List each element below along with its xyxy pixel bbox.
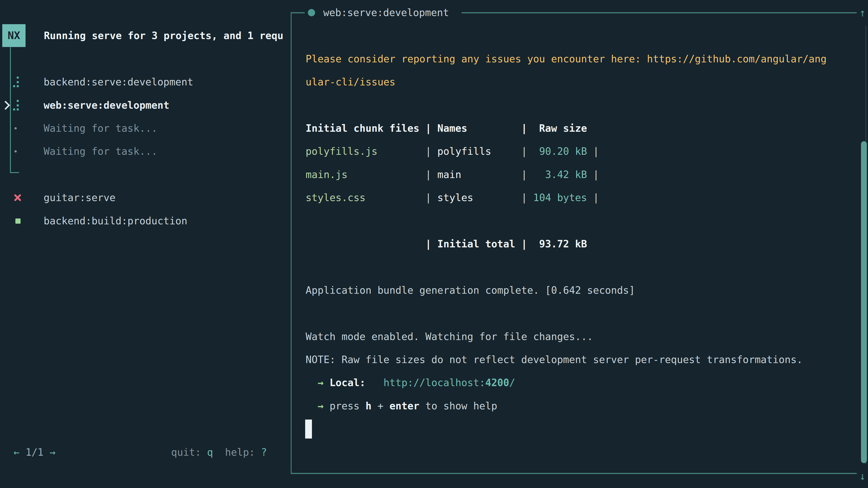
terminal-output: Please consider reporting any issues you…	[306, 0, 857, 473]
waiting-dot-icon	[14, 127, 17, 129]
text-segment: |	[587, 192, 599, 203]
terminal-line: Initial chunk files | Names | Raw size	[306, 118, 587, 138]
text-segment: Initial chunk files | Names | Raw size	[306, 123, 587, 134]
scrollbar-thumb[interactable]	[861, 141, 867, 463]
text-segment	[323, 377, 330, 388]
text-segment: q	[207, 447, 213, 458]
text-segment: |	[587, 169, 599, 180]
text-segment: NOTE: Raw file sizes do not reflect deve…	[306, 354, 803, 365]
text-segment: to show help	[419, 400, 497, 412]
text-segment: styles	[437, 192, 515, 203]
text-segment: 1/1	[20, 447, 50, 458]
text-segment: Local:	[330, 377, 366, 388]
text-segment: |	[515, 192, 533, 203]
text-segment: press	[323, 400, 365, 412]
text-segment	[306, 377, 318, 388]
text-segment	[366, 377, 383, 388]
selected-task-chevron-icon	[1, 101, 10, 110]
task-item[interactable]: Waiting for task...	[0, 118, 291, 138]
local-url-link[interactable]: http://localhost:	[383, 377, 485, 388]
local-url-link[interactable]: /	[509, 377, 515, 388]
error-x-icon	[13, 194, 22, 202]
text-segment: |	[587, 145, 599, 157]
task-group-indent-corner	[10, 172, 19, 173]
pagination[interactable]: ← 1/1 →	[13, 442, 55, 462]
task-item[interactable]: backend:serve:development	[0, 72, 291, 92]
terminal-line: main.js | main | 3.42 kB |	[306, 164, 599, 185]
text-segment	[306, 400, 318, 412]
terminal-line: → Local: http://localhost:4200/	[306, 372, 515, 393]
waiting-dot-icon	[14, 150, 17, 153]
task-label: Waiting for task...	[43, 118, 157, 138]
task-label: guitar:serve	[43, 188, 116, 208]
panel-border-bottom	[291, 473, 857, 474]
terminal-line: | Initial total | 93.72 kB	[306, 234, 587, 254]
text-segment: main	[437, 169, 515, 180]
text-segment: main.js	[306, 169, 419, 180]
task-item[interactable]: guitar:serve	[0, 188, 291, 208]
spinner-icon	[13, 100, 19, 111]
text-segment: ←	[13, 447, 20, 458]
scroll-down-arrow-icon[interactable]: ↓	[857, 466, 868, 486]
nx-logo: NX	[2, 24, 26, 47]
task-label: Waiting for task...	[43, 141, 157, 162]
text-segment: →	[50, 447, 56, 458]
text-segment: Watch mode enabled. Watching for file ch…	[306, 331, 593, 342]
text-segment: h	[366, 400, 372, 412]
text-segment: help:	[213, 447, 261, 458]
terminal-line: Please consider reporting any issues you…	[306, 49, 827, 69]
text-segment: →	[318, 400, 324, 412]
text-segment: Please consider reporting any issues you…	[306, 53, 827, 65]
text-segment: ular-cli/issues	[306, 76, 395, 88]
panel-border-top-stub	[291, 12, 305, 13]
text-segment: styles.css	[306, 192, 419, 203]
text-segment: |	[419, 145, 437, 157]
text-segment: | Initial total | 93.72 kB	[306, 238, 587, 250]
terminal-line: ular-cli/issues	[306, 72, 395, 92]
task-item[interactable]: backend:build:production	[0, 211, 291, 231]
text-segment: →	[318, 377, 324, 388]
text-segment: +	[371, 400, 389, 412]
task-label: web:serve:development	[43, 95, 169, 116]
success-square-icon	[16, 219, 21, 224]
text-segment: |	[419, 192, 437, 203]
text-segment: Application bundle generation complete. …	[306, 285, 635, 296]
text-segment: polyfills	[437, 145, 515, 157]
local-url-link[interactable]: 4200	[485, 377, 509, 388]
spinner-icon	[13, 76, 19, 88]
nx-tui-window: NX Running serve for 3 projects, and 1 r…	[0, 0, 868, 488]
terminal-line: NOTE: Raw file sizes do not reflect deve…	[306, 350, 803, 370]
terminal-line: polyfills.js | polyfills | 90.20 kB |	[306, 141, 599, 162]
scroll-up-arrow-icon[interactable]: ↑	[857, 2, 868, 23]
terminal-line: styles.css | styles | 104 bytes |	[306, 188, 599, 208]
text-segment: ?	[261, 447, 267, 458]
terminal-line: → press h + enter to show help	[306, 396, 497, 416]
terminal-line: Application bundle generation complete. …	[306, 280, 635, 300]
sidebar-header: Running serve for 3 projects, and 1 requ	[44, 26, 283, 46]
text-segment: quit:	[171, 447, 207, 458]
task-label: backend:serve:development	[43, 72, 193, 92]
terminal-cursor	[305, 420, 312, 438]
text-segment: |	[419, 169, 437, 180]
text-segment: |	[515, 169, 533, 180]
panel-border-left	[291, 12, 291, 473]
task-sidebar: NX Running serve for 3 projects, and 1 r…	[0, 0, 291, 488]
task-item[interactable]: Waiting for task...	[0, 141, 291, 162]
text-segment: polyfills.js	[306, 145, 419, 157]
keyboard-shortcuts: quit: q help: ?	[171, 442, 267, 462]
text-segment: 104 bytes	[533, 192, 587, 203]
text-segment: |	[515, 145, 533, 157]
text-segment: enter	[390, 400, 419, 412]
terminal-line: Watch mode enabled. Watching for file ch…	[306, 326, 593, 347]
text-segment: 90.20 kB	[533, 145, 587, 157]
task-label: backend:build:production	[43, 211, 187, 231]
task-item[interactable]: web:serve:development	[0, 95, 291, 116]
text-segment: 3.42 kB	[533, 169, 587, 180]
